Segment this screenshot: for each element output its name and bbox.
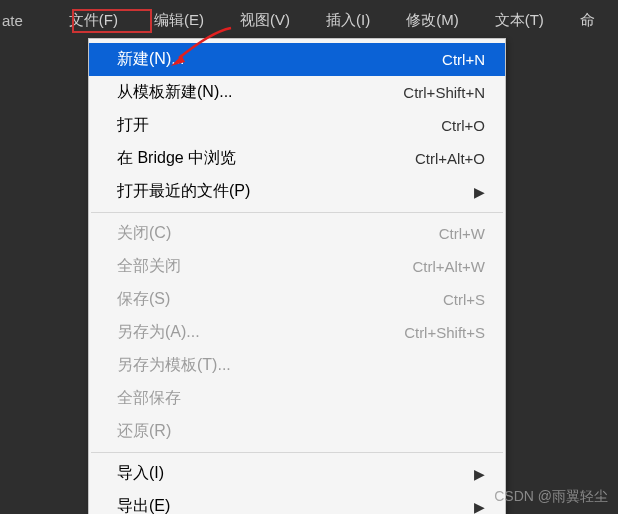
- menu-item-save: 保存(S) Ctrl+S: [89, 283, 505, 316]
- menu-item-shortcut: Ctrl+W: [439, 225, 485, 242]
- menu-item-label: 导出(E): [117, 496, 474, 514]
- menu-modify[interactable]: 修改(M): [388, 5, 477, 36]
- menu-item-label: 全部保存: [117, 388, 485, 409]
- menu-item-revert: 还原(R): [89, 415, 505, 448]
- menu-command-fragment[interactable]: 命: [562, 5, 613, 36]
- menu-item-label: 打开: [117, 115, 441, 136]
- submenu-arrow-icon: ▶: [474, 184, 485, 200]
- menubar: ate 文件(F) 编辑(E) 视图(V) 插入(I) 修改(M) 文本(T) …: [0, 0, 618, 40]
- menu-item-shortcut: Ctrl+O: [441, 117, 485, 134]
- menu-item-label: 导入(I): [117, 463, 474, 484]
- menu-item-close-all: 全部关闭 Ctrl+Alt+W: [89, 250, 505, 283]
- menu-item-shortcut: Ctrl+Alt+O: [415, 150, 485, 167]
- menu-item-close: 关闭(C) Ctrl+W: [89, 217, 505, 250]
- menu-text[interactable]: 文本(T): [477, 5, 562, 36]
- menu-item-label: 打开最近的文件(P): [117, 181, 474, 202]
- file-dropdown: 新建(N)... Ctrl+N 从模板新建(N)... Ctrl+Shift+N…: [88, 38, 506, 514]
- menu-item-save-all: 全部保存: [89, 382, 505, 415]
- menu-item-shortcut: Ctrl+Shift+S: [404, 324, 485, 341]
- menu-item-label: 保存(S): [117, 289, 443, 310]
- menu-item-save-as-template: 另存为模板(T)...: [89, 349, 505, 382]
- menu-item-export[interactable]: 导出(E) ▶: [89, 490, 505, 514]
- app-title-fragment: ate: [0, 12, 23, 29]
- menu-item-label: 从模板新建(N)...: [117, 82, 403, 103]
- menu-item-label: 全部关闭: [117, 256, 412, 277]
- menu-item-browse-in-bridge[interactable]: 在 Bridge 中浏览 Ctrl+Alt+O: [89, 142, 505, 175]
- menu-item-label: 另存为(A)...: [117, 322, 404, 343]
- menu-item-shortcut: Ctrl+S: [443, 291, 485, 308]
- watermark: CSDN @雨翼轻尘: [494, 488, 608, 506]
- menu-item-new-from-template[interactable]: 从模板新建(N)... Ctrl+Shift+N: [89, 76, 505, 109]
- menu-item-open-recent[interactable]: 打开最近的文件(P) ▶: [89, 175, 505, 208]
- menu-item-import[interactable]: 导入(I) ▶: [89, 457, 505, 490]
- menu-item-shortcut: Ctrl+N: [442, 51, 485, 68]
- menu-item-open[interactable]: 打开 Ctrl+O: [89, 109, 505, 142]
- menu-file[interactable]: 文件(F): [51, 5, 136, 36]
- menu-insert[interactable]: 插入(I): [308, 5, 388, 36]
- menu-item-label: 关闭(C): [117, 223, 439, 244]
- menu-item-shortcut: Ctrl+Alt+W: [412, 258, 485, 275]
- menu-item-shortcut: Ctrl+Shift+N: [403, 84, 485, 101]
- menu-item-label: 新建(N)...: [117, 49, 442, 70]
- menu-item-save-as: 另存为(A)... Ctrl+Shift+S: [89, 316, 505, 349]
- menu-separator: [91, 212, 503, 213]
- menu-item-label: 在 Bridge 中浏览: [117, 148, 415, 169]
- submenu-arrow-icon: ▶: [474, 499, 485, 515]
- menu-item-label: 还原(R): [117, 421, 485, 442]
- menu-item-new[interactable]: 新建(N)... Ctrl+N: [89, 43, 505, 76]
- menu-edit[interactable]: 编辑(E): [136, 5, 222, 36]
- menu-separator: [91, 452, 503, 453]
- menu-view[interactable]: 视图(V): [222, 5, 308, 36]
- submenu-arrow-icon: ▶: [474, 466, 485, 482]
- menu-item-label: 另存为模板(T)...: [117, 355, 485, 376]
